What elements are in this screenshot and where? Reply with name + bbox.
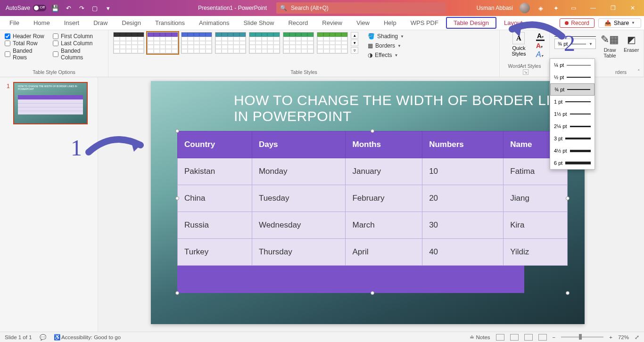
check-banded-rows[interactable]: Banded Rows <box>5 48 47 61</box>
check-first-column[interactable]: First Column <box>53 33 103 40</box>
tab-design[interactable]: Design <box>116 16 148 30</box>
table-style-thumb-1[interactable] <box>147 32 178 54</box>
ribbon-display-icon[interactable]: ▭ <box>567 1 580 15</box>
save-icon[interactable]: 💾 <box>51 4 59 12</box>
eraser-button[interactable]: ◩ Eraser <box>624 32 639 53</box>
zoom-out-button[interactable]: − <box>553 334 556 340</box>
selection-handle[interactable] <box>371 129 374 133</box>
table-header-cell[interactable]: Days <box>252 131 346 158</box>
table-cell[interactable]: 20 <box>422 185 504 212</box>
notes-button[interactable]: ≐ Notes <box>470 334 490 341</box>
draw-table-button[interactable]: ✎▦ Draw Table <box>601 32 619 58</box>
table-cell[interactable]: Wednesday <box>252 212 346 239</box>
selection-handle[interactable] <box>175 196 179 200</box>
tab-animations[interactable]: Animations <box>192 16 236 30</box>
tab-home[interactable]: Home <box>27 16 57 30</box>
table-cell[interactable]: March <box>346 212 422 239</box>
table-cell[interactable]: April <box>346 239 422 266</box>
tab-wps-pdf[interactable]: WPS PDF <box>404 16 445 30</box>
table-style-thumb-4[interactable] <box>249 32 280 54</box>
avatar[interactable] <box>520 3 530 13</box>
tab-view[interactable]: View <box>350 16 376 30</box>
table-cell[interactable]: Jiang <box>504 185 568 212</box>
table-cell[interactable]: January <box>346 158 422 185</box>
undo-icon[interactable]: ↶ <box>64 4 73 12</box>
slide-sorter-view-icon[interactable] <box>510 334 519 341</box>
minimize-icon[interactable]: — <box>586 1 600 15</box>
slide-thumbnail-pane[interactable]: 1 HOW TO CHANGE THE WIDTH OF BORDER LINE… <box>0 77 98 332</box>
tab-insert[interactable]: Insert <box>58 16 86 30</box>
table-cell[interactable]: Thursday <box>252 239 346 266</box>
share-button[interactable]: 📤Share▼ <box>598 18 641 28</box>
table-style-thumb-6[interactable] <box>317 32 348 54</box>
table-cell[interactable]: 30 <box>422 212 504 239</box>
pen-weight-option[interactable]: 1½ pt <box>550 108 594 120</box>
pen-weight-option[interactable]: 3 pt <box>550 132 594 145</box>
autosave-toggle[interactable]: AutoSave Off <box>6 5 46 11</box>
selection-handle[interactable] <box>175 291 179 295</box>
gallery-more[interactable]: ▿ <box>351 47 358 54</box>
table-row[interactable]: PakistanMondayJanuary10Fatima <box>178 158 568 185</box>
pen-weight-option[interactable]: ½ pt <box>550 71 594 83</box>
effects-dropdown[interactable]: ◑Effects▼ <box>366 51 406 59</box>
tab-record[interactable]: Record <box>281 16 314 30</box>
gallery-scroll-up[interactable]: ▴ <box>351 32 358 39</box>
table-cell[interactable]: Pakistan <box>178 158 252 185</box>
user-name[interactable]: Usman Abbasi <box>477 5 513 11</box>
tab-transitions[interactable]: Transitions <box>149 16 191 30</box>
accessibility-status[interactable]: ♿ Accessibility: Good to go <box>54 334 121 341</box>
tab-file[interactable]: File <box>3 16 26 30</box>
normal-view-icon[interactable] <box>496 334 504 341</box>
zoom-percent[interactable]: 72% <box>618 334 629 340</box>
table-row[interactable]: RussiaWednesdayMarch30Kira <box>178 212 568 239</box>
qat-customize-icon[interactable]: ▾ <box>104 4 112 12</box>
close-icon[interactable]: ✕ <box>626 1 639 15</box>
check-last-column[interactable]: Last Column <box>53 40 103 47</box>
text-effects-dropdown[interactable]: A▾ <box>536 50 545 59</box>
table-row[interactable]: ChinaTuesdayFebruary20Jiang <box>178 185 568 212</box>
redo-icon[interactable]: ↷ <box>77 4 86 12</box>
slide-thumbnail-1[interactable]: 1 HOW TO CHANGE THE WIDTH OF BORDER LINE… <box>13 82 88 124</box>
zoom-slider[interactable] <box>561 336 603 338</box>
table-style-thumb-0[interactable] <box>113 32 144 54</box>
selection-handle[interactable] <box>566 196 570 200</box>
table-row[interactable]: TurkeyThursdayApril40Yildiz <box>178 239 568 266</box>
table-cell[interactable]: Tuesday <box>252 185 346 212</box>
table-cell[interactable]: China <box>178 185 252 212</box>
restore-icon[interactable]: ❐ <box>606 1 619 15</box>
tab-slideshow[interactable]: Slide Show <box>237 16 281 30</box>
table-cell[interactable]: Russia <box>178 212 252 239</box>
language-icon[interactable]: 💬 <box>40 334 46 341</box>
table-cell[interactable]: Yildiz <box>504 239 568 266</box>
reading-view-icon[interactable] <box>524 334 533 341</box>
check-total-row[interactable]: Total Row <box>5 40 47 47</box>
tab-review[interactable]: Review <box>315 16 349 30</box>
gallery-scroll-down[interactable]: ▾ <box>351 40 358 46</box>
table-cell[interactable]: 10 <box>422 158 504 185</box>
selection-handle[interactable] <box>175 129 179 133</box>
pen-weight-option[interactable]: 1 pt <box>550 96 594 108</box>
check-header-row[interactable]: Header Row <box>5 33 47 40</box>
table-style-thumb-5[interactable] <box>283 32 314 54</box>
pen-weight-option[interactable]: 2¼ pt <box>550 120 594 132</box>
from-beginning-icon[interactable]: ▢ <box>91 4 99 12</box>
wordart-dialog-launcher[interactable]: ↘ <box>523 69 528 75</box>
table-header-cell[interactable]: Numbers <box>422 131 504 158</box>
magic-icon[interactable]: ✦ <box>552 4 560 12</box>
zoom-in-button[interactable]: + <box>609 334 612 340</box>
tab-table-design[interactable]: Table Design <box>446 17 496 29</box>
table-cell[interactable]: Kira <box>504 212 568 239</box>
table-header-cell[interactable]: Country <box>178 131 252 158</box>
pen-weight-option[interactable]: ¾ pt <box>550 83 594 96</box>
table-style-thumb-2[interactable] <box>181 32 212 54</box>
selection-handle[interactable] <box>371 291 374 295</box>
table-header-cell[interactable]: Months <box>346 131 422 158</box>
selection-handle[interactable] <box>566 291 570 295</box>
tab-help[interactable]: Help <box>377 16 403 30</box>
pen-weight-option[interactable]: 6 pt <box>550 157 594 169</box>
slideshow-view-icon[interactable] <box>538 334 547 341</box>
selected-table[interactable]: CountryDaysMonthsNumbersNamePakistanMond… <box>177 131 568 266</box>
fit-to-window-icon[interactable]: ⤢ <box>635 334 639 341</box>
table-cell[interactable]: Turkey <box>178 239 252 266</box>
borders-dropdown[interactable]: ▦Borders▼ <box>366 41 406 50</box>
